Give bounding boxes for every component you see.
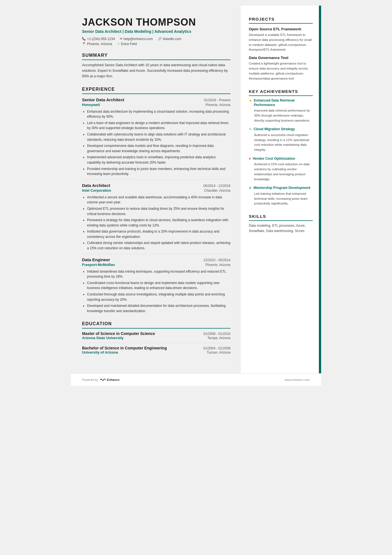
job-3-location: Phoenix, Arizona — [205, 263, 230, 267]
achievement-3-header: ♥ Vendor Cost Optimization — [249, 156, 313, 161]
edu-1-header: Master of Science in Computer Science 01… — [82, 331, 230, 336]
edu-2-date: 01/2004 - 01/2008 — [204, 346, 230, 350]
summary-text: Accomplished Senior Data Architect with … — [82, 62, 230, 79]
education-title: EDUCATION — [82, 321, 230, 329]
heart-achievement-icon: ♥ — [249, 157, 251, 161]
linkedin-icon: 🔗 — [158, 37, 162, 41]
edu-1: Master of Science in Computer Science 01… — [82, 331, 230, 340]
bullet: Initiated streamlined data mining techni… — [87, 269, 230, 279]
job-2-header: Data Architect 06/2014 - 12/2018 — [82, 183, 230, 188]
bullet: Implemented advanced analytics tools in … — [87, 155, 230, 165]
bullet: Provided mentorship and training to juni… — [87, 166, 230, 177]
job-2-title: Data Architect — [82, 183, 110, 188]
powered-by-text: Powered by — [82, 378, 98, 381]
project-1: Open Source ETL Framework Developed a sc… — [249, 27, 313, 52]
resume-wrapper: JACKSON THOMPSON Senior Data Architect |… — [71, 6, 321, 386]
achievement-3: ♥ Vendor Cost Optimization Achieved a 15… — [249, 156, 313, 182]
job-1-date: 01/2019 - Present — [204, 98, 230, 102]
edu-2-school: University of Arizona — [82, 350, 118, 354]
project-1-title: Open Source ETL Framework — [249, 27, 313, 31]
achievement-4-header: ✔ Mentorship Program Development — [249, 186, 313, 190]
skills-text: Data modeling, ETL processes, Azure, Sno… — [249, 223, 313, 234]
job-2-bullets: Architected a secure and scalable data w… — [82, 195, 230, 251]
extra-text: Extra Field — [121, 42, 137, 46]
bullet: Developed and maintained detailed docume… — [87, 303, 230, 314]
bullet: Optimized ETL processes to reduce data l… — [87, 206, 230, 216]
experience-title: EXPERIENCE — [82, 87, 230, 94]
job-3-date: 12/2010 - 05/2014 — [204, 258, 230, 262]
project-2-title: Data Governance Tool — [249, 56, 313, 60]
job-3-company: Freeport-McMoRan — [82, 263, 115, 267]
footer-brand: Powered by Enhancv — [82, 378, 120, 382]
phone-item: 📞 +1-(234)-555-1234 — [82, 37, 115, 41]
bullet: Architected a secure and scalable data w… — [87, 195, 230, 205]
job-1-company: Honeywell — [82, 103, 100, 107]
exp-divider-2 — [82, 254, 230, 254]
experience-section: EXPERIENCE Senior Data Architect 01/2019… — [82, 87, 230, 314]
exp-divider-1 — [82, 179, 230, 180]
projects-title: PROJECTS — [249, 17, 313, 24]
job-2-company: Intel Corporation — [82, 188, 111, 193]
job-1-company-row: Honeywell Phoenix, Arizona — [82, 103, 230, 107]
job-1-location: Phoenix, Arizona — [205, 103, 230, 107]
edu-2: Bachelor of Science in Computer Engineer… — [82, 346, 230, 354]
extra-item: ☆ Extra Field — [117, 42, 137, 46]
achievement-2: ✎ Cloud Migration Strategy Authored a su… — [249, 127, 313, 152]
job-1: Senior Data Architect 01/2019 - Present … — [82, 97, 230, 177]
job-2-date: 06/2014 - 12/2018 — [204, 184, 230, 188]
achievement-1-header: ★ Enhanced Data Retrieval Performance — [249, 98, 313, 107]
achievement-4-title: Mentorship Program Development — [254, 186, 310, 190]
achievement-2-desc: Authored a successful cloud migration st… — [249, 133, 313, 152]
bullet: Instituted data governance protocols, le… — [87, 229, 230, 239]
bullet: Cultivated strong vendor relationships a… — [87, 240, 230, 251]
achievements-section: KEY ACHIEVEMENTS ★ Enhanced Data Retriev… — [249, 89, 313, 206]
phone-icon: 📞 — [82, 37, 86, 41]
skills-title: SKILLS — [249, 214, 313, 221]
email-icon: ✉ — [120, 37, 122, 41]
achievement-4: ✔ Mentorship Program Development Led tra… — [249, 186, 313, 206]
enhancv-brand-name: Enhancv — [107, 378, 120, 381]
left-column: JACKSON THOMPSON Senior Data Architect |… — [71, 6, 240, 373]
star-icon: ☆ — [117, 42, 120, 46]
candidate-title: Senior Data Architect | Data Modeling | … — [82, 29, 230, 34]
achievement-2-header: ✎ Cloud Migration Strategy — [249, 127, 313, 131]
achievement-1: ★ Enhanced Data Retrieval Performance Im… — [249, 98, 313, 123]
edu-2-location: Tucson, Arizona — [207, 351, 230, 354]
bullet: Coordinated cross-functional teams to de… — [87, 280, 230, 291]
project-1-desc: Developed a scalable ETL framework to en… — [249, 33, 313, 52]
header: JACKSON THOMPSON Senior Data Architect |… — [82, 17, 230, 46]
bullet: Enhanced data architecture by implementi… — [87, 109, 230, 119]
contact-info: 📞 +1-(234)-555-1234 ✉ help@enhancv.com 🔗… — [82, 37, 230, 41]
job-1-title: Senior Data Architect — [82, 97, 124, 102]
bullet: Conducted thorough data source investiga… — [87, 292, 230, 302]
education-section: EDUCATION Master of Science in Computer … — [82, 321, 230, 354]
job-2: Data Architect 06/2014 - 12/2018 Intel C… — [82, 183, 230, 251]
footer-website: www.enhancv.com — [285, 378, 310, 381]
summary-title: SUMMARY — [82, 53, 230, 60]
location-icon: 📍 — [82, 42, 86, 46]
achievement-3-title: Vendor Cost Optimization — [253, 156, 295, 161]
edu-divider — [82, 343, 230, 343]
summary-section: SUMMARY Accomplished Senior Data Archite… — [82, 53, 230, 79]
right-column: PROJECTS Open Source ETL Framework Devel… — [240, 6, 321, 373]
email-item: ✉ help@enhancv.com — [120, 37, 153, 41]
project-2: Data Governance Tool Created a lightweig… — [249, 56, 313, 81]
location-text: Phoenix, Arizona — [87, 42, 112, 46]
check-achievement-icon: ✔ — [249, 186, 252, 190]
bullet: Collaborated with cybersecurity teams to… — [87, 132, 230, 142]
bullet: Pioneered a strategy for data migration … — [87, 218, 230, 228]
job-1-header: Senior Data Architect 01/2019 - Present — [82, 97, 230, 102]
skills-section: SKILLS Data modeling, ETL processes, Azu… — [249, 214, 313, 234]
projects-section: PROJECTS Open Source ETL Framework Devel… — [249, 17, 313, 81]
job-3-bullets: Initiated streamlined data mining techni… — [82, 269, 230, 314]
linkedin-text: linkedin.com — [163, 37, 182, 41]
edu-1-school: Arizona State University — [82, 336, 124, 340]
resume-body: JACKSON THOMPSON Senior Data Architect |… — [71, 6, 321, 373]
job-2-company-row: Intel Corporation Chandler, Arizona — [82, 188, 230, 193]
job-3-company-row: Freeport-McMoRan Phoenix, Arizona — [82, 263, 230, 267]
email-text: help@enhancv.com — [123, 37, 153, 41]
job-2-location: Chandler, Arizona — [204, 189, 230, 193]
wrench-achievement-icon: ✎ — [249, 127, 252, 131]
achievement-1-desc: Improved data retrieval performance by 3… — [249, 108, 313, 123]
linkedin-item: 🔗 linkedin.com — [158, 37, 182, 41]
